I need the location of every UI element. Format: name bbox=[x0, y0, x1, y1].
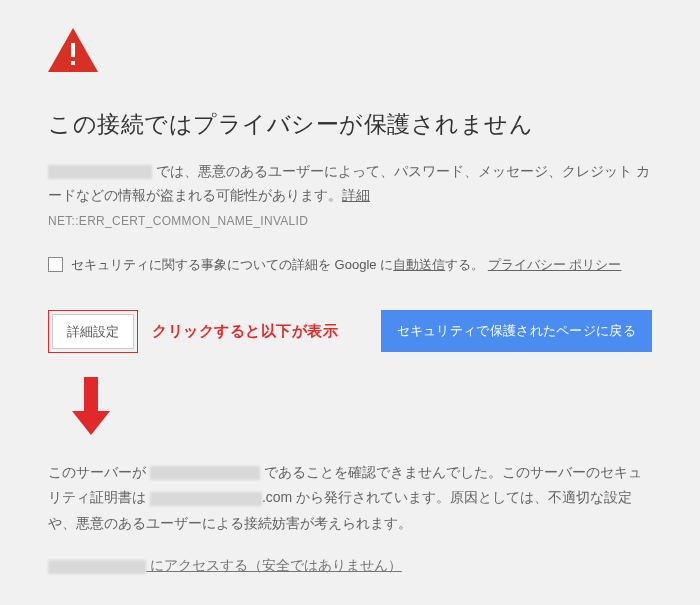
annotation-text: クリックすると以下が表示 bbox=[152, 322, 338, 341]
optin-text: セキュリティに関する事象についての詳細を Google に自動送信する。 プライ… bbox=[71, 256, 621, 274]
button-row: 詳細設定 クリックすると以下が表示 セキュリティで保護されたページに戻る bbox=[48, 310, 652, 353]
svg-rect-2 bbox=[71, 61, 75, 65]
optin-row: セキュリティに関する事象についての詳細を Google に自動送信する。 プライ… bbox=[48, 256, 652, 274]
redacted-server bbox=[150, 466, 260, 480]
down-arrow-icon bbox=[72, 377, 652, 438]
redacted-domain bbox=[48, 165, 152, 179]
redacted-proceed-domain bbox=[48, 560, 146, 574]
error-code: NET::ERR_CERT_COMMON_NAME_INVALID bbox=[48, 214, 652, 228]
privacy-policy-link[interactable]: プライバシー ポリシー bbox=[488, 257, 622, 272]
proceed-row: にアクセスする（安全ではありません） bbox=[48, 557, 652, 575]
body-paragraph: では、悪意のあるユーザーによって、パスワード、メッセージ、クレジット カードなど… bbox=[48, 160, 652, 208]
back-to-safety-button[interactable]: セキュリティで保護されたページに戻る bbox=[381, 310, 652, 352]
page-title: この接続ではプライバシーが保護されません bbox=[48, 109, 652, 140]
warning-triangle-icon bbox=[48, 28, 652, 75]
details-paragraph: このサーバーが であることを確認できませんでした。このサーバーのセキュリティ証明… bbox=[48, 460, 652, 538]
svg-rect-3 bbox=[84, 377, 98, 411]
svg-marker-4 bbox=[72, 411, 110, 435]
advanced-button-highlight: 詳細設定 bbox=[48, 310, 138, 353]
optin-checkbox[interactable] bbox=[48, 257, 63, 272]
advanced-button[interactable]: 詳細設定 bbox=[52, 314, 134, 349]
auto-send-link[interactable]: 自動送信 bbox=[393, 257, 445, 272]
proceed-link[interactable]: にアクセスする（安全ではありません） bbox=[146, 557, 402, 573]
svg-rect-1 bbox=[71, 43, 75, 57]
redacted-issuer bbox=[150, 492, 262, 506]
learn-more-link[interactable]: 詳細 bbox=[342, 187, 370, 203]
